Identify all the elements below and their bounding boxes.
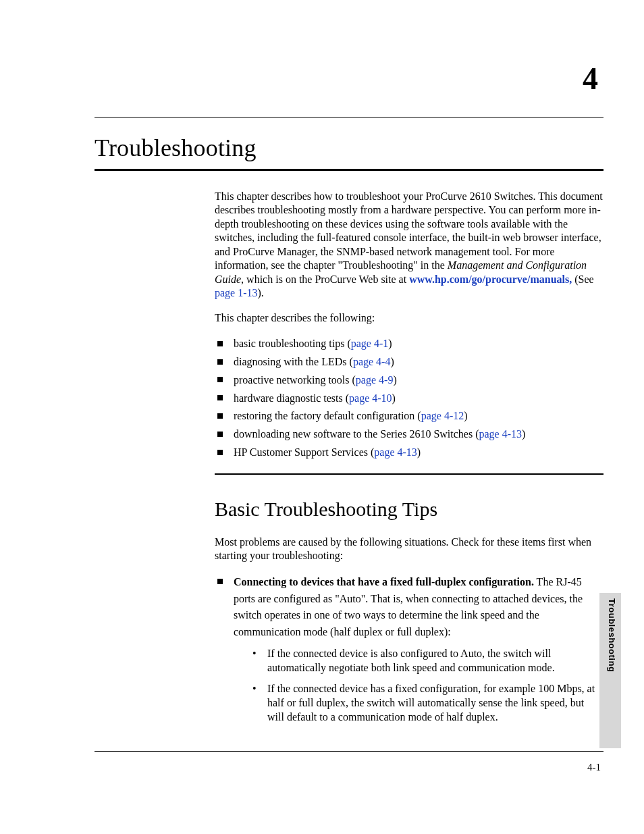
toc-text: HP Customer Support Services ( (234, 446, 374, 458)
toc-link[interactable]: page 4-12 (421, 410, 464, 421)
toc-tail: ) (464, 410, 467, 421)
toc-link[interactable]: page 4-13 (374, 446, 417, 458)
toc-text: downloading new software to the Series 2… (234, 428, 479, 440)
intro-paragraph: This chapter describes how to troublesho… (215, 190, 603, 301)
item-lead: Connecting to devices that have a fixed … (234, 576, 534, 588)
toc-text: diagnosing with the LEDs ( (234, 356, 353, 367)
toc-tail: ) (522, 428, 525, 440)
chapter-number: 4 (95, 61, 598, 97)
toc-tail: ) (388, 338, 392, 349)
intro-list-lead: This chapter describes the following: (215, 311, 603, 325)
toc-item: diagnosing with the LEDs (page 4-4) (215, 354, 603, 371)
section-intro: Most problems are caused by the followin… (215, 536, 603, 563)
chapter-title: Troubleshooting (95, 134, 603, 162)
toc-item: downloading new software to the Series 2… (215, 426, 603, 443)
rule-heavy (95, 169, 603, 171)
toc-text: restoring the factory default configurat… (234, 410, 421, 421)
toc-item: proactive networking tools (page 4-9) (215, 372, 603, 389)
sub-item: If the connected device has a fixed conf… (251, 681, 603, 724)
sub-list: If the connected device is also configur… (251, 646, 603, 725)
troubleshooting-list: Connecting to devices that have a fixed … (215, 574, 603, 725)
toc-link[interactable]: page 4-10 (349, 392, 392, 404)
toc-tail: ) (390, 356, 394, 367)
footer-rule (95, 751, 603, 752)
toc-tail: ) (393, 374, 396, 386)
toc-link[interactable]: page 4-1 (351, 338, 389, 349)
toc-item: hardware diagnostic tests (page 4-10) (215, 390, 603, 407)
toc-item: restoring the factory default configurat… (215, 408, 603, 425)
toc-link[interactable]: page 4-4 (353, 356, 391, 367)
sub-item: If the connected device is also configur… (251, 646, 603, 675)
toc-item: HP Customer Support Services (page 4-13) (215, 444, 603, 461)
intro-url-link[interactable]: www.hp.com/go/procurve/manuals, (409, 273, 572, 285)
toc-link[interactable]: page 4-13 (479, 428, 522, 440)
side-tab-label: Troubleshooting (603, 598, 617, 672)
list-item: Connecting to devices that have a fixed … (215, 574, 603, 725)
toc-tail: ) (392, 392, 396, 404)
intro-text-d: ). (258, 287, 264, 298)
section-title: Basic Troubleshooting Tips (215, 498, 603, 521)
rule-top (95, 117, 603, 118)
toc-link[interactable]: page 4-9 (356, 374, 394, 386)
chapter-toc-list: basic troubleshooting tips (page 4-1) di… (215, 336, 603, 461)
toc-text: basic troubleshooting tips ( (234, 338, 351, 349)
toc-text: proactive networking tools ( (234, 374, 356, 386)
toc-item: basic troubleshooting tips (page 4-1) (215, 336, 603, 353)
toc-tail: ) (417, 446, 421, 458)
intro-text-c: (See (572, 273, 593, 285)
toc-text: hardware diagnostic tests ( (234, 392, 349, 404)
intro-page-ref[interactable]: page 1-13 (215, 287, 258, 298)
intro-text-b: , which is on the ProCurve Web site at (241, 273, 409, 285)
page-number: 4-1 (587, 762, 601, 773)
section-rule (215, 473, 603, 475)
